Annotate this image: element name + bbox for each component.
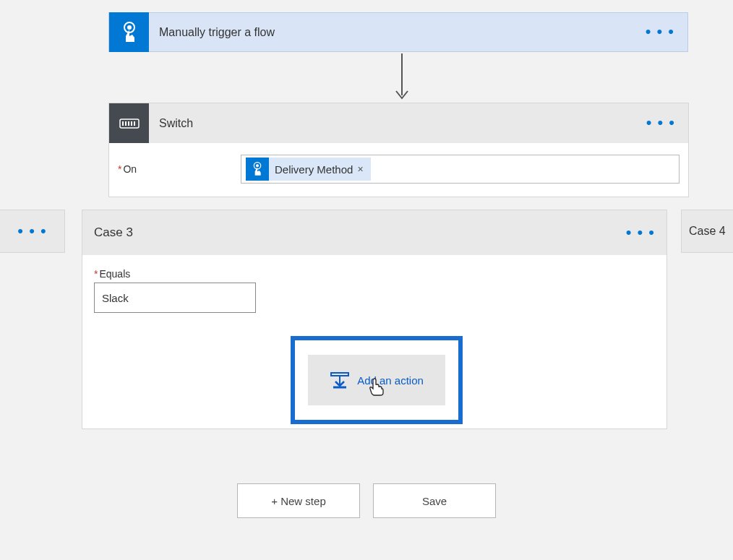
add-action-highlight: Add an action [291,336,463,424]
add-action-button[interactable]: Add an action [308,355,445,405]
connector-arrow [395,53,409,104]
touch-icon [246,158,269,181]
case-4-title: Case 4 [689,225,726,238]
add-action-icon [330,371,350,389]
case-4-card[interactable]: Case 4 [681,210,733,253]
trigger-title: Manually trigger a flow [159,26,633,39]
switch-title: Switch [159,117,633,130]
add-action-label: Add an action [357,374,424,387]
switch-body: *On Delivery Method × [109,143,688,197]
required-star: * [94,268,98,280]
svg-rect-4 [122,121,124,126]
previous-case-card[interactable]: • • • [0,210,65,253]
case-3-title: Case 3 [94,225,133,240]
equals-input[interactable] [94,283,256,313]
token-remove[interactable]: × [357,163,363,175]
save-button[interactable]: Save [373,483,496,518]
trigger-icon-box [109,12,149,52]
required-star: * [118,163,121,175]
switch-more-button[interactable]: • • • [633,121,688,124]
token-label: Delivery Method [275,163,353,176]
switch-card: Switch • • • *On Delivery Method × [108,103,689,197]
case-3-body: *Equals Add an action [82,255,666,430]
svg-rect-11 [331,373,348,376]
footer: + New step Save [0,483,733,518]
svg-point-10 [256,164,259,167]
switch-header[interactable]: Switch • • • [109,103,688,143]
switch-on-input[interactable]: Delivery Method × [241,155,680,184]
switch-on-label: *On [118,163,241,175]
svg-point-1 [127,25,132,30]
touch-icon [121,22,138,43]
equals-label: *Equals [94,268,655,280]
switch-icon-box [109,103,149,143]
dynamic-content-token[interactable]: Delivery Method × [246,158,371,181]
trigger-more-button[interactable]: • • • [633,30,687,33]
svg-rect-7 [131,121,132,126]
prev-case-more-button[interactable]: • • • [17,230,46,233]
switch-icon [119,116,140,131]
svg-rect-8 [134,121,135,126]
svg-rect-6 [128,121,129,126]
trigger-card[interactable]: Manually trigger a flow • • • [108,12,688,52]
case-3-more-button[interactable]: • • • [626,231,655,234]
case-3-card: Case 3 • • • *Equals Add an action [82,210,667,429]
new-step-button[interactable]: + New step [237,483,360,518]
case-strip: • • • Case 3 • • • *Equals Ad [0,210,733,448]
svg-rect-5 [125,121,127,126]
case-3-header[interactable]: Case 3 • • • [82,210,666,255]
